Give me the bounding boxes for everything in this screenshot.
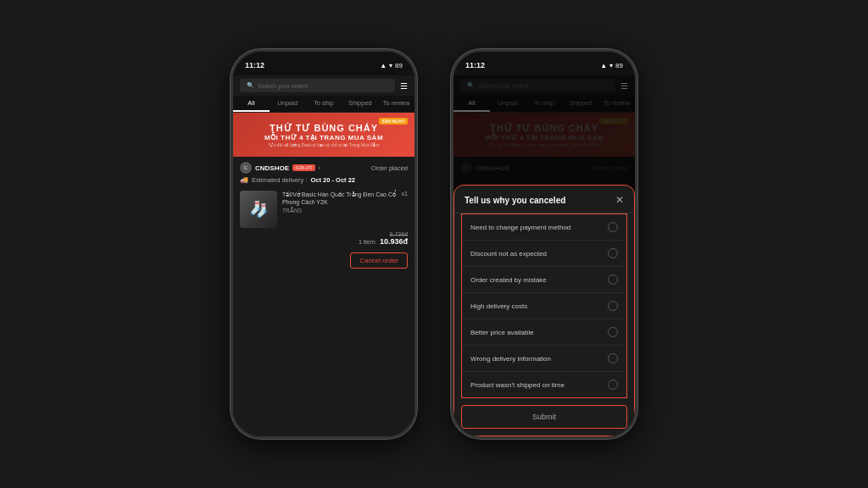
right-phone: 11:12 ▲ ▾ 89 🔍 Search your orders ☰ All … xyxy=(451,49,637,439)
status-bar-left: 11:12 ▲ ▾ 89 xyxy=(233,52,415,75)
status-icons-left: ▲ ▾ 89 xyxy=(380,62,403,69)
status-bar-right: 11:12 ▲ ▾ 89 xyxy=(453,52,635,75)
price-section: 8.736đ 1 item: 10.936đ xyxy=(233,231,415,249)
product-image-inner: 🧦 xyxy=(240,191,277,228)
option-discount[interactable]: Discount not as expected xyxy=(462,241,626,267)
cancel-btn-row: Cancel order xyxy=(233,249,415,275)
option-label-3: High delivery costs xyxy=(470,302,527,310)
price-original-row: 8.736đ xyxy=(240,231,408,237)
option-mistake[interactable]: Order created by mistake xyxy=(462,267,626,293)
dialog-submit-row: Submit xyxy=(454,398,634,435)
tab-shipped[interactable]: Shipped xyxy=(342,96,378,112)
option-better-price[interactable]: Better price available xyxy=(462,319,626,346)
shop-badge: 422K+FF xyxy=(292,164,315,171)
radio-0[interactable] xyxy=(608,222,618,232)
banner-left: SĂN NGAY! THỨ TƯ BÙNG CHÁY MỖI THỨ 4 TẠI… xyxy=(233,113,415,157)
option-label-0: Need to change payment method xyxy=(470,224,570,231)
tab-unpaid[interactable]: Unpaid xyxy=(270,96,306,112)
radio-6[interactable] xyxy=(608,380,618,390)
delivery-label: Estimated delivery : xyxy=(252,176,307,184)
status-icons-right: ▲ ▾ 89 xyxy=(600,62,623,69)
shop-name: CNDSHOE xyxy=(255,164,289,172)
delivery-dates: Oct 20 - Oct 22 xyxy=(310,176,355,184)
search-bar-left: 🔍 Search your orders ☰ xyxy=(233,75,415,96)
banner-sub: *Ưu đãi số lượng Deal có hạn và chỉ có t… xyxy=(268,142,379,147)
option-label-2: Order created by mistake xyxy=(470,276,547,284)
radio-3[interactable] xyxy=(608,301,618,311)
signal-icon: ▲ xyxy=(380,62,387,69)
wifi-icon-right: ▾ xyxy=(609,62,613,69)
tab-all[interactable]: All xyxy=(233,96,270,112)
tab-to-ship[interactable]: To ship xyxy=(306,96,342,112)
product-variant: TRẮNG xyxy=(282,208,397,214)
product-row: 🧦 Tất/Vớ Basic Hàn Quốc Trắng Đen Cao Cổ… xyxy=(233,187,415,231)
phones-container: 11:12 ▲ ▾ 89 🔍 Search your orders ☰ All … xyxy=(231,49,637,439)
option-label-5: Wrong delivery information xyxy=(470,355,551,363)
left-screen: 🔍 Search your orders ☰ All Unpaid To shi… xyxy=(233,75,415,436)
order-header: C CNDSHOE 422K+FF › Order placed xyxy=(233,157,415,176)
banner-line2: MỖI THỨ 4 TẠI TRANG MUA SÀM xyxy=(264,134,383,141)
order-section: C CNDSHOE 422K+FF › Order placed 🚚 Estim… xyxy=(233,157,415,436)
delivery-info: 🚚 Estimated delivery : Oct 20 - Oct 22 xyxy=(233,176,415,187)
tabs-left: All Unpaid To ship Shipped To review xyxy=(233,96,415,113)
radio-5[interactable] xyxy=(608,353,618,363)
items-label: 1 item: xyxy=(359,239,376,245)
time-right: 11:12 xyxy=(465,61,485,69)
tab-to-review[interactable]: To review xyxy=(378,96,415,112)
search-placeholder-left: Search your orders xyxy=(258,83,309,89)
search-icon-left: 🔍 xyxy=(247,82,254,89)
battery-icon: 89 xyxy=(395,62,403,69)
radio-4[interactable] xyxy=(608,327,618,337)
wifi-icon: ▾ xyxy=(389,62,392,69)
price-total-row: 1 item: 10.936đ xyxy=(240,237,408,246)
product-sock-icon: 🧦 xyxy=(249,200,268,219)
cancel-order-button[interactable]: Cancel order xyxy=(350,252,408,269)
arrow-icon: › xyxy=(319,165,320,171)
signal-icon-right: ▲ xyxy=(600,62,607,69)
search-input-left[interactable]: 🔍 Search your orders xyxy=(240,79,395,92)
product-details: Tất/Vớ Basic Hàn Quốc Trắng Đen Cao Cổ P… xyxy=(282,191,397,214)
left-phone: 11:12 ▲ ▾ 89 🔍 Search your orders ☰ All … xyxy=(231,49,417,439)
cancel-reason-dialog: Tell us why you canceled ✕ Need to chang… xyxy=(453,185,635,436)
radio-2[interactable] xyxy=(608,274,618,285)
product-image: 🧦 xyxy=(240,191,277,228)
shop-avatar: C xyxy=(240,162,252,174)
menu-icon-left[interactable]: ☰ xyxy=(400,81,408,91)
option-label-4: Better price available xyxy=(470,329,534,336)
order-status: Order placed xyxy=(371,164,408,172)
submit-button[interactable]: Submit xyxy=(461,405,627,429)
dialog-options: Need to change payment method Discount n… xyxy=(461,214,627,398)
option-not-shipped[interactable]: Product wasn't shipped on time xyxy=(462,372,626,397)
option-delivery-cost[interactable]: High delivery costs xyxy=(462,293,626,319)
delivery-icon: 🚚 xyxy=(240,176,248,184)
option-wrong-delivery[interactable]: Wrong delivery information xyxy=(462,346,626,372)
banner-line1: THỨ TƯ BÙNG CHÁY xyxy=(270,123,378,134)
product-qty: x1 xyxy=(402,191,408,197)
option-label-1: Discount not as expected xyxy=(470,250,547,258)
dialog-overlay: Tell us why you canceled ✕ Need to chang… xyxy=(453,75,635,436)
banner-badge: SĂN NGAY! xyxy=(379,118,408,125)
time-left: 11:12 xyxy=(245,61,264,69)
dialog-title: Tell us why you canceled xyxy=(465,196,565,205)
option-change-payment[interactable]: Need to change payment method xyxy=(462,214,626,241)
dialog-close-button[interactable]: ✕ xyxy=(615,194,624,206)
product-name: Tất/Vớ Basic Hàn Quốc Trắng Đen Cao Cổ P… xyxy=(282,191,397,206)
option-label-6: Product wasn't shipped on time xyxy=(470,381,565,389)
price-original: 8.736đ xyxy=(390,231,408,237)
battery-icon-right: 89 xyxy=(615,62,623,69)
price-total: 10.936đ xyxy=(380,237,408,246)
radio-1[interactable] xyxy=(608,248,618,258)
dialog-header: Tell us why you canceled ✕ xyxy=(454,186,634,214)
shop-info: C CNDSHOE 422K+FF › xyxy=(240,162,320,174)
right-screen: 🔍 Search your orders ☰ All Unpaid To shi… xyxy=(453,75,635,436)
